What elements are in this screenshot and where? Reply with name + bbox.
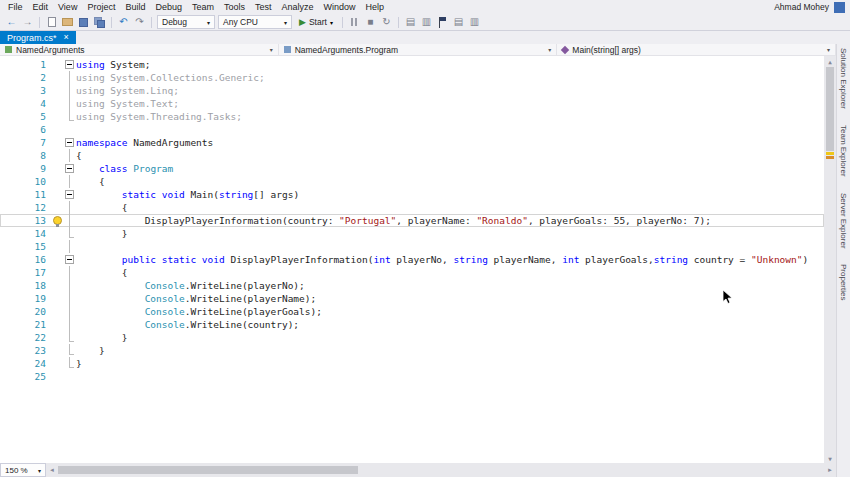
type-dropdown[interactable]: NamedArguments.Program ▾ (279, 44, 558, 55)
outline-margin[interactable] (64, 162, 76, 175)
side-tab-solution-explorer[interactable]: Solution Explorer (839, 48, 848, 109)
breakpoint-gutter[interactable] (0, 84, 16, 97)
solution-platforms-dropdown[interactable]: Any CPU▾ (218, 15, 292, 29)
user-name[interactable]: Ahmad Mohey (774, 2, 829, 12)
breakpoint-gutter[interactable] (0, 305, 16, 318)
user-avatar[interactable] (834, 2, 845, 13)
outline-margin[interactable] (64, 201, 76, 214)
outline-margin[interactable] (64, 331, 76, 344)
code-line-12[interactable]: 12 { (0, 201, 824, 214)
scrollbar-thumb[interactable] (58, 466, 358, 474)
breakpoint-gutter[interactable] (0, 318, 16, 331)
breakpoint-gutter[interactable] (0, 253, 16, 266)
code-line-3[interactable]: 3using System.Linq; (0, 84, 824, 97)
project-dropdown[interactable]: NamedArguments ▾ (0, 44, 279, 55)
code-line-15[interactable]: 15 (0, 240, 824, 253)
code-line-13[interactable]: 13 DisplayPlayerInformation(country: "Po… (0, 214, 824, 227)
outline-margin[interactable] (64, 279, 76, 292)
scroll-left-icon[interactable]: ◄ (46, 467, 58, 473)
scroll-right-icon[interactable]: ► (824, 467, 836, 473)
breakpoint-gutter[interactable] (0, 188, 16, 201)
outline-margin[interactable] (64, 71, 76, 84)
outline-margin[interactable] (64, 97, 76, 110)
code-line-16[interactable]: 16 public static void DisplayPlayerInfor… (0, 253, 824, 266)
list-icon[interactable]: ▥ (468, 16, 481, 29)
menu-item-file[interactable]: File (3, 2, 28, 12)
menu-item-edit[interactable]: Edit (28, 2, 54, 12)
code-line-6[interactable]: 6 (0, 123, 824, 136)
navigate-forward-icon[interactable]: → (21, 16, 34, 29)
outline-margin[interactable] (64, 370, 76, 383)
code-line-11[interactable]: 11 static void Main(string[] args) (0, 188, 824, 201)
outline-margin[interactable] (64, 84, 76, 97)
lightbulb-icon[interactable] (53, 216, 62, 225)
flag-icon[interactable] (436, 16, 449, 29)
code-line-19[interactable]: 19 Console.WriteLine(playerName); (0, 292, 824, 305)
save-all-icon[interactable] (93, 16, 106, 29)
fold-collapse-icon[interactable] (65, 190, 74, 199)
code-line-10[interactable]: 10 { (0, 175, 824, 188)
breakpoint-gutter[interactable] (0, 214, 16, 227)
new-file-icon[interactable] (45, 16, 58, 29)
code-line-21[interactable]: 21 Console.WriteLine(country); (0, 318, 824, 331)
outline-margin[interactable] (64, 136, 76, 149)
grid-icon[interactable]: ▤ (452, 16, 465, 29)
menu-item-team[interactable]: Team (187, 2, 219, 12)
tab-program-cs[interactable]: Program.cs* × (0, 31, 76, 44)
breakpoint-gutter[interactable] (0, 110, 16, 123)
breakpoint-gutter[interactable] (0, 266, 16, 279)
outline-margin[interactable] (64, 344, 76, 357)
side-tab-team-explorer[interactable]: Team Explorer (839, 125, 848, 177)
outline-margin[interactable] (64, 318, 76, 331)
outline-margin[interactable] (64, 266, 76, 279)
breakpoint-gutter[interactable] (0, 240, 16, 253)
code-line-23[interactable]: 23 } (0, 344, 824, 357)
fold-collapse-icon[interactable] (65, 164, 74, 173)
scrollbar-thumb[interactable] (826, 67, 834, 151)
menu-item-tools[interactable]: Tools (219, 2, 250, 12)
open-file-icon[interactable] (61, 16, 74, 29)
side-tab-properties[interactable]: Properties (839, 264, 848, 300)
code-line-2[interactable]: 2using System.Collections.Generic; (0, 71, 824, 84)
start-debugging-button[interactable]: ▶ Start ▾ (295, 15, 337, 29)
code-line-4[interactable]: 4using System.Text; (0, 97, 824, 110)
code-line-8[interactable]: 8{ (0, 149, 824, 162)
breakpoint-gutter[interactable] (0, 227, 16, 240)
grid-icon[interactable]: ▤ (404, 16, 417, 29)
pause-icon[interactable] (348, 16, 361, 29)
list-icon[interactable]: ▥ (420, 16, 433, 29)
fold-collapse-icon[interactable] (65, 255, 74, 264)
breakpoint-gutter[interactable] (0, 162, 16, 175)
restart-icon[interactable]: ↻ (380, 16, 393, 29)
code-line-18[interactable]: 18 Console.WriteLine(playerNo); (0, 279, 824, 292)
scroll-down-icon[interactable]: ▼ (824, 453, 836, 463)
outline-margin[interactable] (64, 240, 76, 253)
code-line-22[interactable]: 22 } (0, 331, 824, 344)
outline-margin[interactable] (64, 357, 76, 370)
close-icon[interactable]: × (64, 33, 69, 42)
vertical-scrollbar[interactable]: ▲ ▼ (824, 56, 836, 463)
menu-item-window[interactable]: Window (319, 2, 361, 12)
outline-margin[interactable] (64, 58, 76, 71)
code-line-5[interactable]: 5using System.Threading.Tasks; (0, 110, 824, 123)
breakpoint-gutter[interactable] (0, 279, 16, 292)
outline-margin[interactable] (64, 227, 76, 240)
stop-icon[interactable]: ■ (364, 16, 377, 29)
breakpoint-gutter[interactable] (0, 136, 16, 149)
code-line-14[interactable]: 14 } (0, 227, 824, 240)
outline-margin[interactable] (64, 253, 76, 266)
member-dropdown[interactable]: Main(string[] args) ▾ (557, 44, 836, 55)
breakpoint-gutter[interactable] (0, 201, 16, 214)
breakpoint-gutter[interactable] (0, 123, 16, 136)
save-icon[interactable] (77, 16, 90, 29)
menu-item-analyze[interactable]: Analyze (277, 2, 319, 12)
side-tab-server-explorer[interactable]: Server Explorer (839, 193, 848, 249)
fold-collapse-icon[interactable] (65, 60, 74, 69)
menu-item-project[interactable]: Project (82, 2, 120, 12)
code-editor[interactable]: 1using System;2using System.Collections.… (0, 56, 836, 463)
outline-margin[interactable] (64, 188, 76, 201)
code-line-9[interactable]: 9 class Program (0, 162, 824, 175)
undo-icon[interactable]: ↶ (117, 16, 130, 29)
breakpoint-gutter[interactable] (0, 175, 16, 188)
breakpoint-gutter[interactable] (0, 97, 16, 110)
